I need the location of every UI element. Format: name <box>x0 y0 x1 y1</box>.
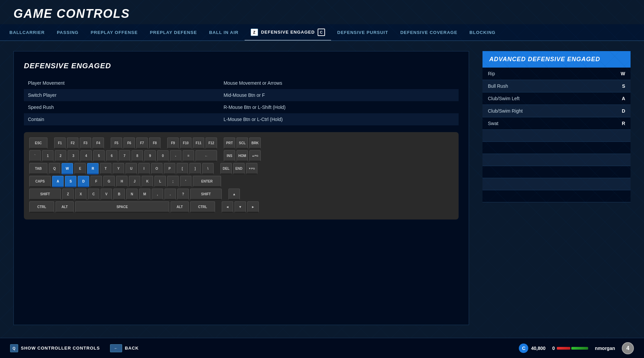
key-ctrl-left[interactable]: CTRL <box>29 201 54 213</box>
key-brk[interactable]: BRK <box>249 137 261 149</box>
key-m[interactable]: M <box>139 189 150 200</box>
key-esc[interactable]: ESC <box>29 137 47 149</box>
key-shift-right[interactable]: SHIFT <box>190 189 222 200</box>
key-scl[interactable]: SCL <box>237 137 248 149</box>
key-f7[interactable]: F7 <box>136 137 148 149</box>
key-3[interactable]: 3 <box>68 150 79 162</box>
tab-defensive-coverage[interactable]: DEFENSIVE COVERAGE <box>394 26 464 39</box>
key-q[interactable]: Q <box>49 163 60 174</box>
key-quote[interactable]: ' <box>180 176 191 187</box>
key-7[interactable]: 7 <box>119 150 130 162</box>
tab-blocking[interactable]: BLOCKING <box>463 26 501 39</box>
key-i[interactable]: I <box>138 163 150 174</box>
key-f9[interactable]: F9 <box>167 137 179 149</box>
key-h[interactable]: H <box>116 176 128 187</box>
key-space[interactable]: SPACE <box>75 201 169 213</box>
key-backspace[interactable]: ← <box>195 150 217 162</box>
key-a[interactable]: A <box>52 176 64 187</box>
key-t[interactable]: T <box>100 163 111 174</box>
key-f3[interactable]: F3 <box>80 137 91 149</box>
keyboard-row-bottom: CTRL ALT SPACE ALT CTRL ◄ ▼ ► <box>29 201 453 213</box>
key-hom[interactable]: HOM <box>237 150 248 162</box>
tab-preplay-defense[interactable]: PREPLAY DEFENSE <box>144 26 203 39</box>
key-z[interactable]: Z <box>62 189 74 200</box>
key-up[interactable]: ▲ <box>228 189 240 200</box>
key-4[interactable]: 4 <box>80 150 92 162</box>
tab-key-z: Z <box>251 29 258 36</box>
key-u[interactable]: U <box>126 163 137 174</box>
key-j[interactable]: J <box>129 176 140 187</box>
key-9[interactable]: 9 <box>144 150 156 162</box>
key-x[interactable]: X <box>75 189 86 200</box>
key-r[interactable]: R <box>87 163 99 174</box>
key-alt-left[interactable]: ALT <box>56 201 74 213</box>
key-f11[interactable]: F11 <box>193 137 204 149</box>
key-f1[interactable]: F1 <box>54 137 66 149</box>
tab-ballcarrier[interactable]: BALLCARRIER <box>3 26 51 39</box>
key-l[interactable]: L <box>154 176 166 187</box>
key-backslash[interactable]: \ <box>202 163 214 174</box>
key-caps[interactable]: CAPS <box>29 176 51 187</box>
key-0[interactable]: 0 <box>157 150 169 162</box>
key-2[interactable]: 2 <box>55 150 66 162</box>
key-b[interactable]: B <box>113 189 125 200</box>
key-p[interactable]: P <box>164 163 175 174</box>
key-f5[interactable]: F5 <box>111 137 122 149</box>
tab-ball-in-air[interactable]: BALL IN AIR <box>203 26 245 39</box>
key-alt-right[interactable]: ALT <box>171 201 189 213</box>
key-pgup[interactable]: ▲PG <box>249 150 261 162</box>
key-minus[interactable]: - <box>170 150 181 162</box>
key-ins[interactable]: INS <box>224 150 235 162</box>
key-enter[interactable]: ENTER <box>193 176 221 187</box>
key-f2[interactable]: F2 <box>67 137 78 149</box>
tab-passing[interactable]: PASSING <box>51 26 85 39</box>
key-comma[interactable]: , <box>152 189 163 200</box>
left-section-title: DEFENSIVE ENGAGED <box>24 62 459 70</box>
key-left[interactable]: ◄ <box>222 201 233 213</box>
key-v[interactable]: V <box>101 189 112 200</box>
key-f6[interactable]: F6 <box>123 137 135 149</box>
key-del[interactable]: DEL <box>220 163 232 174</box>
key-n[interactable]: N <box>126 189 138 200</box>
key-slash[interactable]: ? <box>177 189 189 200</box>
key-ctrl-right[interactable]: CTRL <box>190 201 215 213</box>
key-pgdn[interactable]: ▼PG <box>246 163 257 174</box>
key-tab[interactable]: TAB <box>29 163 47 174</box>
key-semicolon[interactable]: ; <box>167 176 179 187</box>
key-c[interactable]: C <box>88 189 99 200</box>
key-s[interactable]: S <box>65 176 76 187</box>
key-down[interactable]: ▼ <box>235 201 246 213</box>
key-d[interactable]: D <box>78 176 89 187</box>
key-lbracket[interactable]: [ <box>177 163 188 174</box>
show-controller-action[interactable]: Q SHOW CONTROLLER CONTROLS <box>10 344 100 352</box>
key-shift-left[interactable]: SHIFT <box>29 189 61 200</box>
key-f[interactable]: F <box>91 176 102 187</box>
key-end[interactable]: END <box>233 163 245 174</box>
key-5[interactable]: 5 <box>93 150 105 162</box>
key-rbracket[interactable]: ] <box>189 163 201 174</box>
key-1[interactable]: 1 <box>42 150 53 162</box>
key-f8[interactable]: F8 <box>149 137 160 149</box>
tab-preplay-offense[interactable]: PREPLAY OFFENSE <box>84 26 144 39</box>
key-f12[interactable]: F12 <box>206 137 217 149</box>
back-action[interactable]: ← BACK <box>110 344 139 352</box>
key-prt[interactable]: PRT <box>224 137 235 149</box>
key-equals[interactable]: = <box>183 150 194 162</box>
key-8[interactable]: 8 <box>132 150 143 162</box>
key-period[interactable]: . <box>165 189 176 200</box>
key-y[interactable]: Y <box>113 163 124 174</box>
key-e[interactable]: E <box>74 163 86 174</box>
key-f4[interactable]: F4 <box>93 137 104 149</box>
tab-defensive-pursuit[interactable]: DEFENSIVE PURSUIT <box>331 26 394 39</box>
tab-defensive-engaged[interactable]: Z DEFENSIVE ENGAGED C <box>245 25 331 40</box>
table-row: Bull Rush S <box>482 80 631 92</box>
action-label: Switch Player <box>24 89 219 101</box>
key-right[interactable]: ► <box>247 201 259 213</box>
key-w[interactable]: W <box>62 163 73 174</box>
key-6[interactable]: 6 <box>106 150 117 162</box>
key-k[interactable]: K <box>142 176 153 187</box>
key-o[interactable]: O <box>151 163 163 174</box>
key-backtick[interactable]: ` <box>29 150 41 162</box>
key-g[interactable]: G <box>103 176 115 187</box>
key-f10[interactable]: F10 <box>180 137 191 149</box>
